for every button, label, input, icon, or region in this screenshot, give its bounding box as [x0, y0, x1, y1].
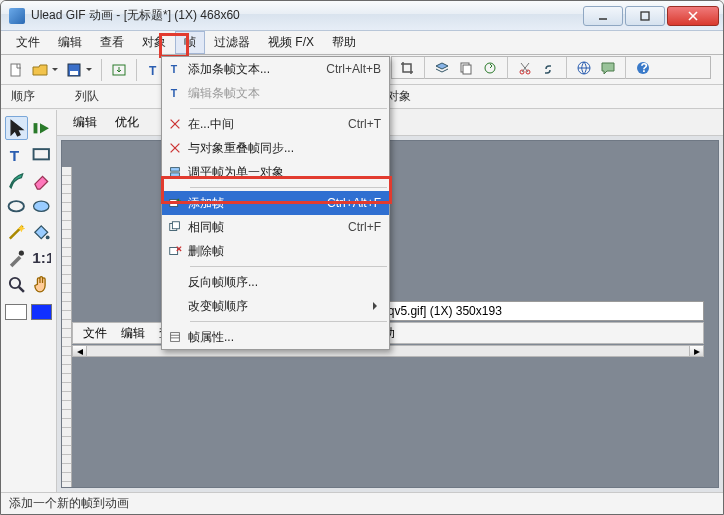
- menu-item-shortcut: Ctrl+T: [348, 117, 381, 131]
- menubar: 文件编辑查看对象帧过滤器视频 F/X帮助: [1, 31, 723, 55]
- menu-4[interactable]: 帧: [175, 31, 205, 54]
- globe-button[interactable]: [573, 57, 595, 79]
- menu-item-label: 添加条帧文本...: [188, 61, 316, 78]
- cut-button[interactable]: [514, 57, 536, 79]
- tool-play[interactable]: [30, 116, 53, 140]
- menu-item-label: 改变帧顺序: [188, 298, 381, 315]
- cross-icon: [162, 117, 188, 131]
- svg-point-17: [19, 250, 24, 255]
- menu-item-7[interactable]: 添加帧Ctrl+Alt+F: [162, 191, 389, 215]
- frame-del-icon: [162, 244, 188, 258]
- save-button[interactable]: [63, 59, 95, 81]
- svg-rect-43: [171, 333, 180, 342]
- menu-item-label: 相同帧: [188, 219, 338, 236]
- tool-fill[interactable]: [30, 220, 53, 244]
- menu-item-3[interactable]: 在...中间Ctrl+T: [162, 112, 389, 136]
- menu-2[interactable]: 查看: [91, 31, 133, 54]
- svg-point-15: [33, 201, 48, 211]
- svg-rect-39: [172, 222, 179, 229]
- maximize-button[interactable]: [625, 6, 665, 26]
- menu-7[interactable]: 帮助: [323, 31, 365, 54]
- status-bar: 添加一个新的帧到动画: [1, 492, 723, 514]
- new-button[interactable]: [5, 59, 27, 81]
- tool-picker[interactable]: [5, 246, 28, 270]
- svg-rect-13: [33, 149, 48, 159]
- tool-one-one[interactable]: 1:1: [30, 246, 53, 270]
- merge-icon: [162, 165, 188, 179]
- window-buttons: [583, 6, 719, 26]
- menu-item-label: 编辑条帧文本: [188, 85, 381, 102]
- window-title: Ulead GIF 动画 - [无标题*] (1X) 468x60: [31, 7, 583, 24]
- layers-button[interactable]: [431, 57, 453, 79]
- menu-item-label: 帧属性...: [188, 329, 381, 346]
- svg-rect-36: [171, 173, 180, 177]
- menu-item-label: 反向帧顺序...: [188, 274, 381, 291]
- menu-item-label: 与对象重叠帧同步...: [188, 140, 381, 157]
- prop-order-label: 顺序: [11, 88, 35, 105]
- frame-menu-dropdown: T添加条帧文本...Ctrl+Alt+BT编辑条帧文本在...中间Ctrl+T与…: [161, 56, 390, 350]
- tool-eraser[interactable]: [30, 168, 53, 192]
- scroll-right-icon[interactable]: ▸: [689, 346, 703, 356]
- tool-ellipse2[interactable]: [30, 194, 53, 218]
- app-icon: [9, 8, 25, 24]
- tool-ellipse[interactable]: [5, 194, 28, 218]
- inner-menu-1[interactable]: 编辑: [121, 325, 145, 342]
- sync-button[interactable]: [479, 57, 501, 79]
- import-button[interactable]: [108, 59, 130, 81]
- menu-3[interactable]: 对象: [133, 31, 175, 54]
- minimize-button[interactable]: [583, 6, 623, 26]
- titlebar: Ulead GIF 动画 - [无标题*] (1X) 468x60: [1, 1, 723, 31]
- close-button[interactable]: [667, 6, 719, 26]
- help-button[interactable]: ?: [632, 57, 654, 79]
- menu-5[interactable]: 过滤器: [205, 31, 259, 54]
- svg-rect-22: [463, 65, 471, 74]
- tool-text[interactable]: T: [5, 142, 28, 166]
- svg-point-19: [10, 278, 20, 288]
- menu-item-label: 删除帧: [188, 243, 381, 260]
- chat-button[interactable]: [597, 57, 619, 79]
- menu-item-8[interactable]: 相同帧Ctrl+F: [162, 215, 389, 239]
- svg-text:T: T: [171, 63, 178, 75]
- svg-text:T: T: [10, 146, 20, 163]
- canvas-area[interactable]: ahzrieog209q05dqv5.gif] (1X) 350x193 文件编…: [61, 140, 719, 488]
- menu-item-5[interactable]: 调平帧为单一对象: [162, 160, 389, 184]
- frame-dup-icon: [162, 220, 188, 234]
- toolbox: T1:1: [1, 110, 57, 492]
- svg-rect-6: [70, 71, 78, 75]
- crop-button[interactable]: [396, 57, 418, 79]
- tool-wand[interactable]: [5, 220, 28, 244]
- link-button[interactable]: [538, 57, 560, 79]
- swatch-0[interactable]: [5, 304, 27, 320]
- menu-1[interactable]: 编辑: [49, 31, 91, 54]
- tool-zoom[interactable]: [5, 272, 28, 296]
- status-text: 添加一个新的帧到动画: [9, 495, 129, 512]
- tool-hand[interactable]: [30, 272, 53, 296]
- tab-optimize[interactable]: 优化: [115, 114, 139, 131]
- frame-add-icon: [162, 196, 188, 210]
- menu-item-shortcut: Ctrl+Alt+F: [327, 196, 381, 210]
- tool-brush[interactable]: [5, 168, 28, 192]
- menu-item-11[interactable]: 反向帧顺序...: [162, 270, 389, 294]
- svg-rect-11: [33, 123, 37, 133]
- inner-menu-0[interactable]: 文件: [83, 325, 107, 342]
- menu-item-12[interactable]: 改变帧顺序: [162, 294, 389, 318]
- copy-button[interactable]: [455, 57, 477, 79]
- menu-item-label: 调平帧为单一对象: [188, 164, 381, 181]
- tab-edit[interactable]: 编辑: [73, 114, 97, 131]
- menu-item-9[interactable]: 删除帧: [162, 239, 389, 263]
- secondary-toolbar: ?: [391, 56, 711, 79]
- open-button[interactable]: [29, 59, 61, 81]
- tool-pointer[interactable]: [5, 116, 28, 140]
- props-icon: [162, 330, 188, 344]
- swatch-1[interactable]: [31, 304, 53, 320]
- menu-item-shortcut: Ctrl+F: [348, 220, 381, 234]
- scroll-left-icon[interactable]: ◂: [73, 346, 87, 356]
- menu-item-4[interactable]: 与对象重叠帧同步...: [162, 136, 389, 160]
- menu-6[interactable]: 视频 F/X: [259, 31, 323, 54]
- menu-item-0[interactable]: T添加条帧文本...Ctrl+Alt+B: [162, 57, 389, 81]
- menu-item-14[interactable]: 帧属性...: [162, 325, 389, 349]
- svg-text:T: T: [171, 87, 178, 99]
- menu-item-shortcut: Ctrl+Alt+B: [326, 62, 381, 76]
- menu-0[interactable]: 文件: [7, 31, 49, 54]
- tool-rect[interactable]: [30, 142, 53, 166]
